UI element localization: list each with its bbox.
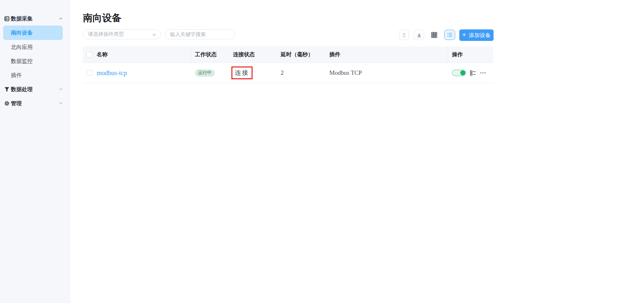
row-select-cell xyxy=(83,70,95,76)
more-actions-icon[interactable] xyxy=(480,70,486,76)
download-icon xyxy=(416,32,422,38)
search-input[interactable] xyxy=(165,30,235,39)
plus-icon: + xyxy=(462,32,466,38)
sidebar-group-data-processing[interactable]: 数据处理 xyxy=(0,82,70,96)
column-header-connection-status: 连接状态 xyxy=(229,51,277,58)
tag-list-icon[interactable] xyxy=(470,70,476,76)
chevron-down-icon xyxy=(59,101,63,105)
column-header-name: 名称 xyxy=(95,51,191,58)
sidebar-item-data-monitoring[interactable]: 数据监控 xyxy=(0,54,70,68)
sidebar-group-data-collection[interactable]: 数据采集 xyxy=(0,12,70,26)
page-title: 南向设备 xyxy=(83,12,121,25)
row-connection-status-cell: 连接 xyxy=(229,66,277,79)
app-window: 数据采集 南向设备 北向应用 数据监控 插件 数据处理 xyxy=(0,0,644,303)
chevron-up-icon xyxy=(59,16,63,21)
table-header-row: 名称 工作状态 连接状态 延时（毫秒） 插件 操作 xyxy=(83,46,493,63)
main-content: 南向设备 请选择插件类型 xyxy=(70,0,644,303)
connection-status-highlight: 连接 xyxy=(231,66,253,79)
sidebar-item-northbound-apps[interactable]: 北向应用 xyxy=(0,40,70,54)
upload-icon xyxy=(401,32,407,38)
work-status-badge: 运行中 xyxy=(195,69,215,77)
add-device-button[interactable]: + 添加设备 xyxy=(459,29,494,41)
row-plugin-cell: Modbus TCP xyxy=(325,69,448,76)
row-operations-cell xyxy=(448,70,493,76)
grid-view-icon xyxy=(431,32,437,38)
keyword-search-box xyxy=(165,29,235,39)
list-view-button[interactable] xyxy=(444,30,455,40)
column-header-delay: 延时（毫秒） xyxy=(277,51,325,58)
header-select-cell xyxy=(83,52,95,58)
device-name-link[interactable]: modbus-tcp xyxy=(97,69,127,76)
table-row: modbus-tcp 运行中 连接 2 Modbus TCP xyxy=(83,63,493,83)
sidebar-item-southbound-devices[interactable]: 南向设备 xyxy=(3,26,63,40)
enable-toggle[interactable] xyxy=(452,70,466,76)
plugin-type-select[interactable]: 请选择插件类型 xyxy=(83,29,161,39)
delay-value: 2 xyxy=(281,70,284,76)
row-work-status-cell: 运行中 xyxy=(191,69,229,77)
column-header-operations: 操作 xyxy=(448,46,493,63)
gear-icon xyxy=(4,100,10,106)
sidebar-group-label: 管理 xyxy=(11,100,22,107)
database-icon xyxy=(4,16,10,22)
plugin-name: Modbus TCP xyxy=(329,69,362,76)
select-all-checkbox[interactable] xyxy=(86,52,92,58)
row-delay-cell: 2 xyxy=(277,70,325,76)
sidebar-nav: 数据采集 南向设备 北向应用 数据监控 插件 数据处理 xyxy=(0,12,70,110)
row-name-cell: modbus-tcp xyxy=(95,69,191,77)
toggle-knob xyxy=(460,70,465,75)
sidebar: 数据采集 南向设备 北向应用 数据监控 插件 数据处理 xyxy=(0,0,70,303)
select-placeholder: 请选择插件类型 xyxy=(88,31,124,38)
export-button[interactable] xyxy=(414,30,424,40)
chevron-down-icon xyxy=(59,87,63,91)
grid-view-button[interactable] xyxy=(429,30,439,40)
list-view-icon xyxy=(447,32,453,38)
sidebar-item-plugins[interactable]: 插件 xyxy=(0,68,70,82)
sidebar-group-label: 数据处理 xyxy=(11,86,33,93)
column-header-plugin: 插件 xyxy=(325,51,448,58)
filter-icon xyxy=(4,86,10,92)
row-checkbox[interactable] xyxy=(86,70,92,76)
sidebar-group-management[interactable]: 管理 xyxy=(0,96,70,110)
import-button[interactable] xyxy=(399,30,409,40)
devices-table: 名称 工作状态 连接状态 延时（毫秒） 插件 操作 modbus-tcp 运行中 xyxy=(83,46,493,83)
sidebar-group-label: 数据采集 xyxy=(11,15,33,22)
chevron-down-icon xyxy=(152,33,157,37)
column-header-work-status: 工作状态 xyxy=(191,46,229,63)
